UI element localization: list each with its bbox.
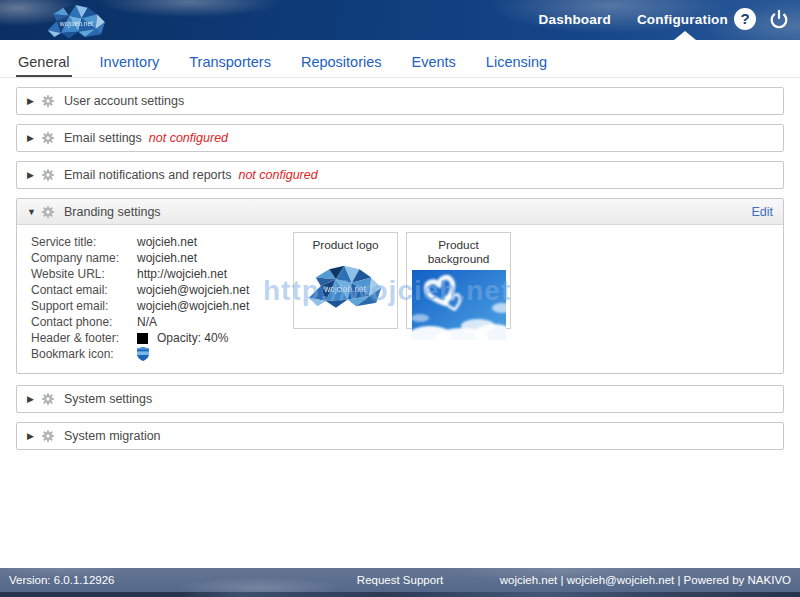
- active-nav-caret: [674, 31, 696, 40]
- product-background-title: Product background: [407, 238, 510, 266]
- section-email-notifications-header[interactable]: ▶ Email notifications and reports not co…: [17, 162, 783, 188]
- section-email-settings: ▶ Email settings not configured: [16, 124, 784, 152]
- section-user-account-settings: ▶ User account settings: [16, 87, 784, 115]
- field-label: Service title:: [31, 235, 137, 249]
- product-logo-title: Product logo: [294, 238, 397, 252]
- product-logo-box: Product logo: [293, 232, 398, 329]
- edit-branding-link[interactable]: Edit: [751, 205, 773, 219]
- app-window: Dashboard Configuration ? General Invent…: [0, 0, 800, 597]
- gear-icon: [41, 131, 55, 145]
- power-icon[interactable]: [768, 8, 790, 30]
- field-label: Bookmark icon:: [31, 347, 137, 361]
- field-value: http://wojcieh.net: [137, 267, 227, 281]
- header-icon-group: ?: [734, 0, 790, 38]
- field-bookmark-icon: Bookmark icon:: [31, 346, 769, 362]
- section-system-migration-header[interactable]: ▶ System migration: [17, 423, 783, 449]
- field-value: wojcieh.net: [137, 235, 197, 249]
- product-background-image: [412, 270, 506, 340]
- opacity-value: Opacity: 40%: [157, 331, 228, 345]
- collapsed-arrow-icon: ▶: [27, 170, 41, 180]
- section-system-settings: ▶ System settings: [16, 385, 784, 413]
- field-value: N/A: [137, 315, 157, 329]
- section-email-settings-header[interactable]: ▶ Email settings not configured: [17, 125, 783, 151]
- nav-dashboard-link[interactable]: Dashboard: [539, 12, 611, 27]
- section-label: Branding settings: [64, 205, 161, 219]
- field-label: Support email:: [31, 299, 137, 313]
- gear-icon: [41, 94, 55, 108]
- branding-details: Service title: wojcieh.net Company name:…: [17, 225, 783, 373]
- top-header: Dashboard Configuration ?: [0, 0, 800, 40]
- status-footer: Version: 6.0.1.12926 Request Support woj…: [0, 568, 800, 592]
- brand-cloud-logo[interactable]: [38, 1, 116, 41]
- expanded-arrow-icon: ▼: [27, 207, 41, 217]
- footer-owner-text: wojcieh.net | wojcieh@wojcieh.net | Powe…: [500, 574, 791, 586]
- section-system-migration: ▶ System migration: [16, 422, 784, 450]
- field-label: Contact email:: [31, 283, 137, 297]
- section-label: System settings: [64, 392, 152, 406]
- field-label: Header & footer:: [31, 331, 137, 345]
- field-header-footer-color: Header & footer: Opacity: 40%: [31, 330, 769, 346]
- bookmark-favicon-icon: [137, 347, 149, 361]
- settings-content: ▶ User account settings ▶ Email settings…: [0, 78, 800, 568]
- header-footer-color-swatch: [137, 333, 148, 344]
- section-user-account-header[interactable]: ▶ User account settings: [17, 88, 783, 114]
- section-label: Email settings: [64, 131, 142, 145]
- field-value: Opacity: 40%: [137, 331, 228, 345]
- header-nav: Dashboard Configuration: [539, 0, 728, 38]
- section-branding-settings: ▼ Branding settings Edit Service title: …: [16, 198, 784, 374]
- field-label: Company name:: [31, 251, 137, 265]
- collapsed-arrow-icon: ▶: [27, 96, 41, 106]
- gear-icon: [41, 168, 55, 182]
- bottom-image-strip: [0, 592, 800, 597]
- config-tabbar: General Inventory Transporters Repositor…: [0, 40, 800, 78]
- product-logo-image: [304, 260, 388, 312]
- tab-inventory[interactable]: Inventory: [98, 47, 162, 77]
- field-value: [137, 347, 149, 361]
- gear-icon: [41, 429, 55, 443]
- tab-events[interactable]: Events: [410, 47, 458, 77]
- section-email-notifications: ▶ Email notifications and reports not co…: [16, 161, 784, 189]
- tab-general[interactable]: General: [16, 47, 72, 77]
- section-label: User account settings: [64, 94, 184, 108]
- tab-repositories[interactable]: Repositories: [299, 47, 384, 77]
- help-icon[interactable]: ?: [734, 8, 756, 30]
- branding-previews: Product logo Product background: [293, 232, 511, 329]
- field-value: wojcieh@wojcieh.net: [137, 299, 249, 313]
- status-not-configured: not configured: [149, 131, 228, 145]
- section-label: System migration: [64, 429, 161, 443]
- gear-icon: [41, 205, 55, 219]
- nav-configuration-link[interactable]: Configuration: [637, 12, 728, 27]
- status-not-configured: not configured: [238, 168, 317, 182]
- field-value: wojcieh@wojcieh.net: [137, 283, 249, 297]
- collapsed-arrow-icon: ▶: [27, 133, 41, 143]
- field-label: Contact phone:: [31, 315, 137, 329]
- field-label: Website URL:: [31, 267, 137, 281]
- collapsed-arrow-icon: ▶: [27, 431, 41, 441]
- field-value: wojcieh.net: [137, 251, 197, 265]
- tab-licensing[interactable]: Licensing: [484, 47, 549, 77]
- gear-icon: [41, 392, 55, 406]
- product-background-box: Product background: [406, 232, 511, 329]
- section-system-settings-header[interactable]: ▶ System settings: [17, 386, 783, 412]
- collapsed-arrow-icon: ▶: [27, 394, 41, 404]
- tab-transporters[interactable]: Transporters: [187, 47, 273, 77]
- section-label: Email notifications and reports: [64, 168, 231, 182]
- section-branding-header[interactable]: ▼ Branding settings Edit: [17, 199, 783, 225]
